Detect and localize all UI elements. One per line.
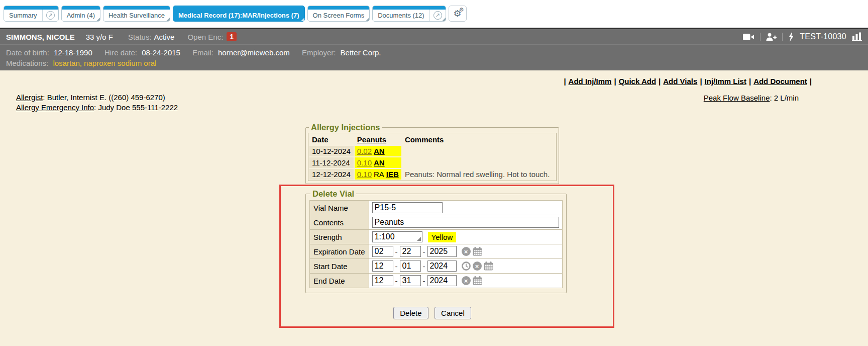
tab-documents[interactable]: Documents (12) ↗: [372, 6, 446, 22]
lightning-bolt-icon[interactable]: [788, 32, 794, 42]
patient-demographics-bar: Date of birth: 12-18-1990 Hire date: 08-…: [0, 44, 868, 70]
add-document-link[interactable]: Add Document: [753, 77, 807, 85]
expiration-day-input[interactable]: [400, 246, 421, 257]
settings-gear-button[interactable]: ⚙ ⚙: [449, 6, 467, 22]
tab-admin[interactable]: Admin (4): [61, 6, 100, 22]
demographics-line-2: Medications: losartan, naproxen sodium o…: [6, 58, 862, 68]
strength-input[interactable]: [372, 231, 422, 242]
reaction-code-link[interactable]: AN: [374, 158, 385, 167]
clock-icon[interactable]: [462, 262, 471, 271]
calendar-icon[interactable]: [484, 262, 493, 271]
allergist-line: Allergist: Butler, Internist E. ((260) 4…: [16, 93, 178, 103]
reaction-code-link[interactable]: IEB: [386, 170, 399, 179]
delete-button[interactable]: Delete: [393, 307, 428, 319]
tab-admin-label: Admin (4): [67, 12, 95, 19]
allergist-link[interactable]: Allergist: [16, 93, 43, 102]
date-separator: -: [395, 262, 398, 271]
col-header-date: Date: [309, 134, 354, 145]
vial-name-input[interactable]: [372, 202, 443, 213]
dob-label: Date of birth:: [6, 48, 49, 57]
tab-medical-record-label: Medical Record (17):MAR/Injections (7): [178, 12, 299, 19]
status-label: Status:: [128, 33, 152, 41]
dose-link[interactable]: 0.10: [357, 158, 372, 167]
contents-input[interactable]: [372, 217, 559, 228]
tab-on-screen-forms-label: On Screen Forms: [313, 12, 365, 19]
bar-chart-icon[interactable]: [852, 32, 862, 41]
tab-documents-popout[interactable]: ↗: [429, 6, 446, 21]
dose-link[interactable]: 0.10: [357, 170, 372, 179]
add-person-icon[interactable]: [766, 33, 777, 41]
start-day-input[interactable]: [400, 261, 421, 272]
divider: [782, 33, 783, 41]
peak-flow-baseline-link[interactable]: Peak Flow Baseline: [704, 94, 770, 102]
col-header-comments: Comments: [402, 134, 555, 145]
allergy-injections-table: Date Peanuts Comments 10-12-2024 0.02AN …: [308, 133, 557, 181]
end-month-input[interactable]: [372, 275, 393, 286]
video-camera-icon[interactable]: [743, 33, 754, 41]
cancel-button[interactable]: Cancel: [435, 307, 471, 319]
divider: [760, 33, 761, 41]
tab-on-screen-forms[interactable]: On Screen Forms: [307, 6, 370, 22]
start-date-label: Start Date: [310, 259, 369, 274]
clear-date-icon[interactable]: ×: [473, 262, 482, 271]
dose-link[interactable]: 0.02: [357, 147, 372, 155]
allergy-emergency-info-link[interactable]: Allergy Emergency Info: [16, 103, 94, 112]
peanuts-column-link[interactable]: Peanuts: [357, 135, 386, 144]
resize-grip-icon[interactable]: [417, 237, 421, 241]
reaction-code: RA: [374, 170, 384, 179]
reaction-code-link[interactable]: AN: [374, 147, 385, 155]
tab-health-surveillance[interactable]: Health Surveillance: [103, 6, 170, 22]
link-separator: |: [749, 77, 751, 85]
tab-summary[interactable]: Summary ↗: [4, 6, 59, 22]
expiration-month-input[interactable]: [372, 246, 393, 257]
table-row: 10-12-2024 0.02AN: [309, 146, 555, 156]
tab-medical-record[interactable]: Medical Record (17):MAR/Injections (7): [173, 6, 305, 22]
start-year-input[interactable]: [427, 261, 457, 272]
end-day-input[interactable]: [400, 275, 421, 286]
employer-value: Better Corp.: [341, 48, 381, 57]
injection-comment: Peanuts: Normal red swelling. Hot to tou…: [402, 169, 555, 180]
calendar-icon[interactable]: [473, 247, 482, 256]
add-vials-link[interactable]: Add Vials: [663, 77, 697, 85]
col-header-peanuts: Peanuts: [355, 134, 401, 145]
date-separator: -: [423, 247, 425, 256]
medication-link-losartan[interactable]: losartan: [53, 59, 79, 67]
tab-health-surveillance-label: Health Surveillance: [108, 12, 165, 19]
tab-documents-label: Documents (12): [378, 12, 424, 19]
webchart-medical-record-screen: Summary ↗ Admin (4) Health Surveillance …: [0, 0, 868, 346]
vial-name-label: Vial Name: [310, 201, 369, 215]
end-date-label: End Date: [310, 274, 369, 288]
clear-date-icon[interactable]: ×: [462, 276, 471, 285]
link-separator: |: [810, 77, 812, 85]
allergy-injections-legend: Allergy Injections: [309, 123, 382, 132]
email-label: Email:: [192, 48, 213, 57]
tab-summary-popout[interactable]: ↗: [42, 6, 58, 21]
add-inj-imm-link[interactable]: Add Inj/Imm: [569, 77, 612, 85]
strength-row: Strength Yellow: [310, 230, 563, 244]
date-separator: -: [395, 277, 398, 285]
allergy-emergency-value: : Judy Doe 555-111-2222: [94, 103, 178, 112]
tab-summary-label-seg[interactable]: Summary: [4, 6, 42, 21]
table-row: 12-12-2024 0.10RAIEB Peanuts: Normal red…: [309, 169, 555, 180]
link-separator: |: [614, 77, 616, 85]
quick-add-link[interactable]: Quick Add: [619, 77, 656, 85]
expiration-year-input[interactable]: [427, 246, 457, 257]
open-encounter-count-badge[interactable]: 1: [227, 32, 237, 41]
allergy-injections-fieldset: Allergy Injections Date Peanuts Comments…: [305, 123, 559, 184]
calendar-icon[interactable]: [473, 276, 482, 285]
employer-label: Employer:: [302, 48, 336, 57]
link-separator: |: [564, 77, 566, 85]
contents-label: Contents: [310, 215, 369, 230]
gear-small-icon: ⚙: [459, 7, 464, 13]
clear-date-icon[interactable]: ×: [462, 247, 471, 256]
status-value: Active: [154, 33, 175, 41]
inj-imm-list-link[interactable]: Inj/Imm List: [705, 77, 746, 85]
allergist-value: : Butler, Internist E. ((260) 459-6270): [43, 93, 165, 102]
strength-input-wrap: [372, 231, 422, 242]
injection-comment: [402, 157, 555, 168]
end-year-input[interactable]: [427, 275, 457, 286]
medication-link-naproxen[interactable]: naproxen sodium oral: [84, 59, 156, 67]
start-month-input[interactable]: [372, 261, 393, 272]
injection-comment: [402, 146, 555, 156]
table-header-row: Date Peanuts Comments: [309, 134, 555, 145]
